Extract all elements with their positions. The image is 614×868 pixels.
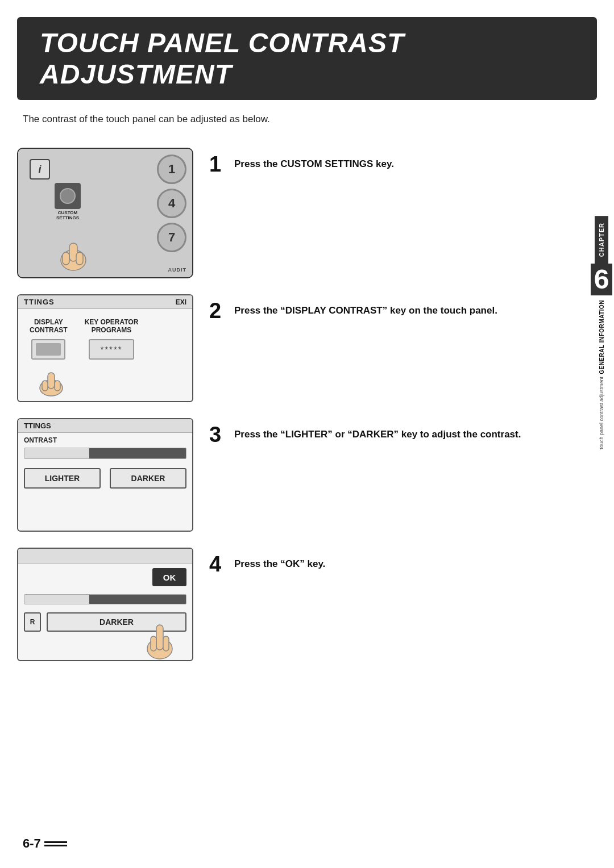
info-button-icon: i (30, 159, 50, 180)
d2-stars-box: ***** (89, 339, 134, 360)
finger-svg-4 (144, 620, 175, 660)
step-1-image: i CUSTOMSETTINGS 1 4 (17, 148, 193, 278)
pn-line-1 (44, 841, 67, 843)
cs-icon-inner (60, 188, 76, 204)
step-1-text: 1 Press the CUSTOM SETTINGS key. (209, 148, 597, 175)
step-3-row: TTINGS ONTRAST LIGHTER DARKER 3 Press th… (17, 418, 597, 532)
step-1-number: 1 (209, 153, 227, 175)
svg-rect-10 (151, 636, 156, 651)
d2-display-contrast-label: DISPLAYCONTRAST (30, 318, 68, 335)
svg-rect-9 (156, 625, 163, 650)
step-4-text: 4 Press the “OK” key. (209, 548, 597, 575)
step-1-desc: Press the CUSTOM SETTINGS key. (234, 153, 394, 172)
page-number-text: 6-7 (23, 836, 41, 851)
svg-rect-3 (76, 252, 83, 265)
audit-label: AUDIT (168, 267, 187, 273)
step-2-desc: Press the “DISPLAY CONTRAST” key on the … (234, 300, 497, 318)
step-3-desc: Press the “LIGHTER” or “DARKER” key to a… (234, 424, 521, 442)
d4-r-btn[interactable]: R (24, 612, 41, 632)
d3-section-label: ONTRAST (18, 433, 192, 445)
d2-topbar-title: TTINGS (24, 298, 55, 306)
device2-illustration: TTINGS EXI DISPLAYCONTRAST KEY OPERATORP… (17, 294, 193, 402)
d3-darker-btn[interactable]: DARKER (110, 468, 186, 489)
d2-topbar: TTINGS EXI (18, 295, 192, 309)
finger-svg-1 (53, 237, 93, 272)
button-1: 1 (157, 155, 186, 184)
device1-illustration: i CUSTOMSETTINGS 1 4 (17, 148, 193, 278)
d4-slider-track (24, 594, 186, 604)
step-4-desc: Press the “OK” key. (234, 553, 325, 571)
d3-lighter-btn[interactable]: LIGHTER (24, 468, 101, 489)
d3-slider-track (24, 448, 186, 459)
step-4-number: 4 (209, 553, 227, 575)
step-3-number: 3 (209, 424, 227, 445)
finger-hand-2 (35, 368, 67, 397)
cs-label: CUSTOMSETTINGS (48, 211, 88, 221)
d2-display-contrast-key (31, 339, 65, 360)
chapter-label: CHAPTER (595, 216, 608, 264)
d3-buttons-row: LIGHTER DARKER (18, 461, 192, 495)
d3-topbar: TTINGS (18, 419, 192, 433)
step-2-text: 2 Press the “DISPLAY CONTRAST” key on th… (209, 294, 597, 322)
d2-key-box-inner (36, 343, 61, 356)
d3-topbar-title: TTINGS (24, 422, 186, 430)
page-footer: 6-7 (23, 836, 614, 851)
pn-line-2 (44, 845, 67, 846)
step-4-image: OK R DARKER (17, 548, 193, 661)
svg-rect-7 (55, 381, 60, 391)
d2-key-operator-col: KEY OPERATORPROGRAMS ***** (85, 318, 139, 360)
page-number: 6-7 (23, 836, 67, 851)
step-1-row: i CUSTOMSETTINGS 1 4 (17, 148, 597, 278)
page-subtitle: The contrast of the touch panel can be a… (23, 114, 591, 125)
page-header: TOUCH PANEL CONTRAST ADJUSTMENT (17, 17, 597, 100)
svg-rect-5 (48, 373, 55, 389)
step-2-number: 2 (209, 300, 227, 322)
d4-topbar (18, 549, 192, 564)
d2-key-operator-label: KEY OPERATORPROGRAMS (85, 318, 139, 335)
d2-topbar-exit: EXI (176, 298, 186, 306)
svg-rect-6 (42, 381, 48, 391)
finger-hand-1 (53, 237, 93, 272)
step-3-text: 3 Press the “LIGHTER” or “DARKER” key to… (209, 418, 597, 445)
d3-slider-fill (89, 448, 186, 458)
custom-settings-key: CUSTOMSETTINGS (48, 183, 88, 221)
finger-hand-4 (144, 620, 175, 660)
right-sidebar: CHAPTER 6 GENERAL INFORMATION Touch pane… (589, 216, 614, 450)
svg-rect-11 (163, 636, 169, 651)
info-icon-label: i (38, 164, 41, 176)
d4-ok-btn[interactable]: OK (152, 568, 186, 586)
page-title: TOUCH PANEL CONTRAST ADJUSTMENT (40, 27, 574, 90)
sidebar-section-title: GENERAL INFORMATION (598, 300, 605, 374)
finger-svg-2 (35, 368, 67, 397)
device4-illustration: OK R DARKER (17, 548, 193, 661)
chapter-number: 6 (591, 264, 613, 295)
device3-illustration: TTINGS ONTRAST LIGHTER DARKER (17, 418, 193, 532)
d4-slider-fill (89, 595, 186, 604)
d4-ok-row: OK (18, 564, 192, 591)
page-number-lines (44, 841, 67, 846)
svg-rect-2 (63, 252, 69, 265)
main-content: i CUSTOMSETTINGS 1 4 (17, 148, 597, 677)
device1-right-panel: 1 4 7 (157, 155, 186, 252)
d2-body: DISPLAYCONTRAST KEY OPERATORPROGRAMS ***… (18, 309, 192, 369)
cs-icon (55, 183, 81, 209)
step-4-row: OK R DARKER (17, 548, 597, 661)
button-4: 4 (157, 189, 186, 218)
button-7: 7 (157, 223, 186, 252)
step-2-image: TTINGS EXI DISPLAYCONTRAST KEY OPERATORP… (17, 294, 193, 402)
step-2-row: TTINGS EXI DISPLAYCONTRAST KEY OPERATORP… (17, 294, 597, 402)
sidebar-page-subtitle: Touch panel contrast adjustment (599, 377, 604, 450)
d2-display-contrast-col: DISPLAYCONTRAST (30, 318, 68, 360)
step-3-image: TTINGS ONTRAST LIGHTER DARKER (17, 418, 193, 532)
